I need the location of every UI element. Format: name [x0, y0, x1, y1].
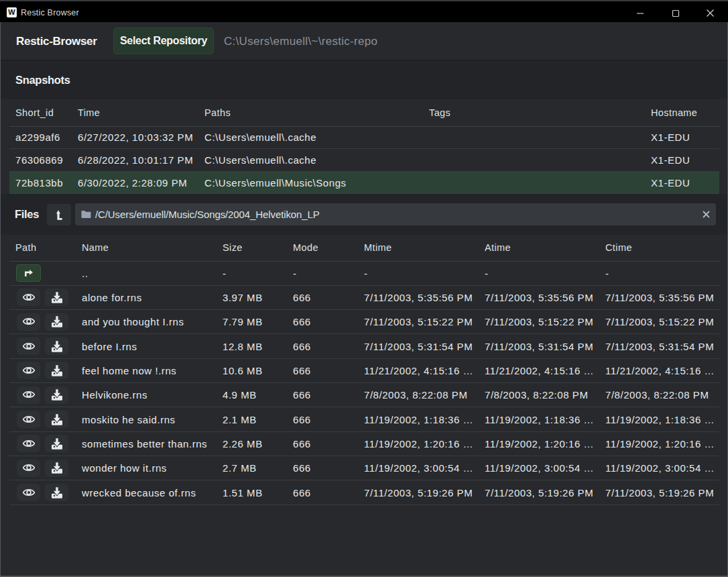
snapshot-row[interactable]: a2299af6 6/27/2022, 10:03:32 PM C:\Users… [9, 127, 719, 150]
arrow-up-right-icon [25, 270, 33, 276]
download-file-button[interactable] [45, 411, 68, 428]
preview-file-button[interactable] [17, 362, 40, 379]
file-mode: 666 [293, 359, 311, 382]
preview-file-button[interactable] [17, 460, 40, 477]
file-row[interactable]: wrecked because of.rns 1.51 MB 666 7/11/… [9, 480, 719, 505]
download-icon [52, 292, 62, 303]
snapshot-hostname: X1-EDU [651, 172, 690, 195]
file-ctime: 7/11/2003, 5:15:22 PM [605, 310, 718, 333]
close-button[interactable] [694, 3, 725, 23]
file-row[interactable]: moskito he said.rns 2.1 MB 666 11/19/200… [9, 407, 719, 431]
download-icon [52, 365, 62, 376]
titlebar: W Restic Browser [0, 0, 728, 22]
download-file-button[interactable] [45, 313, 68, 331]
snapshot-row[interactable]: 72b813bb 6/30/2022, 2:28:09 PM C:\Users\… [9, 172, 719, 195]
files-table: Path Name Size Mode Mtime Atime Ctime ..… [9, 235, 719, 575]
app-window: W Restic Browser Restic-Browser Select R… [0, 0, 728, 577]
snapshot-short-id: 76306869 [15, 149, 63, 171]
download-icon [52, 487, 62, 499]
file-mtime: 7/11/2003, 5:35:56 PM [364, 286, 479, 309]
download-file-button[interactable] [45, 435, 68, 452]
minimize-button[interactable] [625, 3, 656, 23]
file-ctime: 7/11/2003, 5:35:56 PM [605, 286, 718, 309]
maximize-button[interactable] [660, 3, 691, 23]
clear-path-button[interactable] [696, 203, 716, 225]
snapshot-paths: C:\Users\emuell\Music\Songs [204, 172, 347, 195]
preview-file-button[interactable] [17, 435, 40, 452]
file-name: before I.rns [82, 334, 137, 358]
file-row[interactable]: Helvikone.rns 4.9 MB 666 7/8/2003, 8:22:… [9, 383, 719, 407]
file-name: feel home now !.rns [82, 359, 176, 382]
file-ctime: 7/11/2003, 5:31:54 PM [605, 334, 718, 358]
file-size: 2.1 MB [223, 407, 257, 431]
file-name: .. [82, 262, 88, 285]
path-input[interactable]: /C/Users/emuell/Music/Songs/2004_Helveti… [75, 203, 716, 225]
file-row[interactable]: wonder how it.rns 2.7 MB 666 11/19/2002,… [9, 456, 719, 480]
file-row[interactable]: alone for.rns 3.97 MB 666 7/11/2003, 5:3… [9, 286, 719, 310]
file-name: alone for.rns [82, 286, 142, 309]
download-file-button[interactable] [45, 362, 68, 379]
eye-icon [23, 439, 35, 448]
file-size: 7.79 MB [223, 310, 263, 333]
preview-file-button[interactable] [17, 411, 40, 428]
file-mtime: 7/11/2003, 5:31:54 PM [364, 334, 479, 358]
file-mtime: 11/19/2002, 1:20:16 … [364, 432, 479, 456]
preview-file-button[interactable] [17, 386, 40, 404]
preview-file-button[interactable] [17, 313, 40, 331]
close-icon [706, 9, 715, 17]
file-mode: 666 [293, 456, 311, 480]
preview-file-button[interactable] [17, 484, 40, 501]
file-row[interactable]: before I.rns 12.8 MB 666 7/11/2003, 5:31… [9, 334, 719, 358]
download-icon [52, 438, 62, 450]
toolbar: Restic-Browser Select Repository C:\User… [1, 22, 727, 60]
file-mode: 666 [293, 407, 311, 431]
eye-icon [23, 415, 35, 424]
download-file-button[interactable] [45, 386, 68, 404]
eye-icon [23, 390, 35, 399]
file-ctime: 11/19/2002, 1:18:36 … [605, 407, 718, 431]
file-mtime: 11/19/2002, 3:00:54 … [364, 456, 479, 480]
file-atime: 7/11/2003, 5:15:22 PM [485, 310, 600, 333]
eye-icon [23, 342, 35, 351]
col-ctime: Ctime [605, 235, 718, 261]
download-file-button[interactable] [45, 484, 68, 501]
select-repository-button[interactable]: Select Repository [113, 28, 214, 54]
file-ctime: - [605, 262, 718, 285]
col-time: Time [78, 99, 100, 126]
file-size: 12.8 MB [223, 334, 263, 358]
window-title: Restic Browser [21, 1, 79, 23]
download-file-button[interactable] [45, 288, 68, 306]
file-atime: 7/11/2003, 5:19:26 PM [485, 480, 600, 504]
snapshot-hostname: X1-EDU [651, 149, 690, 171]
snapshot-time: 6/27/2022, 10:03:32 PM [78, 127, 193, 149]
preview-file-button[interactable] [17, 337, 40, 355]
file-row[interactable]: feel home now !.rns 10.6 MB 666 11/21/20… [9, 359, 719, 383]
parent-directory-button[interactable] [47, 204, 71, 225]
file-mtime: 11/21/2002, 4:15:16 … [364, 359, 479, 382]
eye-icon [23, 317, 35, 326]
snapshots-table-header: Short_id Time Paths Tags Hostname [9, 99, 719, 127]
col-atime: Atime [485, 235, 600, 261]
snapshot-short-id: a2299af6 [15, 127, 60, 149]
file-name: wrecked because of.rns [82, 480, 196, 504]
file-atime: - [485, 262, 600, 285]
go-up-button[interactable] [16, 264, 41, 282]
col-hostname: Hostname [651, 99, 697, 126]
preview-file-button[interactable] [17, 288, 40, 306]
file-mtime: 7/11/2003, 5:15:22 PM [364, 310, 479, 333]
snapshot-time: 6/28/2022, 10:01:17 PM [78, 149, 193, 171]
file-row[interactable]: and you thought I.rns 7.79 MB 666 7/11/2… [9, 310, 719, 334]
snapshot-row[interactable]: 76306869 6/28/2022, 10:01:17 PM C:\Users… [9, 149, 719, 172]
col-short-id: Short_id [15, 99, 54, 126]
parent-directory-row[interactable]: .. - - - - - [9, 262, 719, 286]
level-up-icon [56, 210, 62, 220]
file-ctime: 7/11/2003, 5:19:26 PM [605, 480, 718, 504]
download-file-button[interactable] [45, 337, 68, 355]
download-file-button[interactable] [45, 460, 68, 477]
file-row[interactable]: sometimes better than.rns 2.26 MB 666 11… [9, 432, 719, 456]
file-name: moskito he said.rns [82, 407, 176, 431]
file-size: 2.7 MB [223, 456, 257, 480]
file-mode: 666 [293, 383, 311, 407]
path-value: /C/Users/emuell/Music/Songs/2004_Helveti… [95, 209, 696, 220]
col-name: Name [82, 235, 109, 261]
